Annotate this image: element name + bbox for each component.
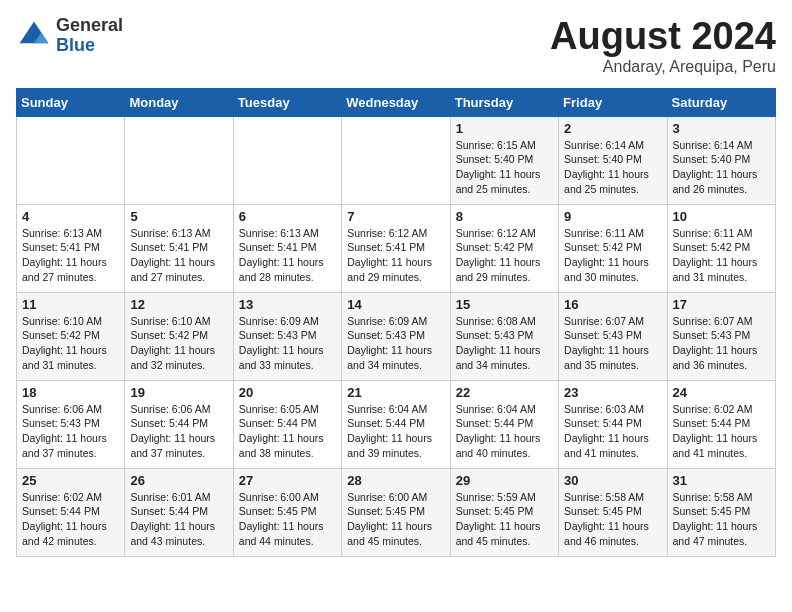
calendar-cell: 29Sunrise: 5:59 AMSunset: 5:45 PMDayligh… — [450, 468, 558, 556]
day-info: Sunrise: 6:03 AMSunset: 5:44 PMDaylight:… — [564, 402, 661, 461]
day-number: 14 — [347, 297, 444, 312]
day-number: 12 — [130, 297, 227, 312]
day-number: 15 — [456, 297, 553, 312]
calendar-cell — [233, 116, 341, 204]
calendar-cell: 18Sunrise: 6:06 AMSunset: 5:43 PMDayligh… — [17, 380, 125, 468]
calendar-cell: 8Sunrise: 6:12 AMSunset: 5:42 PMDaylight… — [450, 204, 558, 292]
day-number: 20 — [239, 385, 336, 400]
calendar-cell: 25Sunrise: 6:02 AMSunset: 5:44 PMDayligh… — [17, 468, 125, 556]
logo-general-text: General — [56, 16, 123, 36]
calendar-cell — [342, 116, 450, 204]
day-info: Sunrise: 6:11 AMSunset: 5:42 PMDaylight:… — [673, 226, 770, 285]
logo-icon — [16, 18, 52, 54]
calendar-cell: 20Sunrise: 6:05 AMSunset: 5:44 PMDayligh… — [233, 380, 341, 468]
calendar-cell: 4Sunrise: 6:13 AMSunset: 5:41 PMDaylight… — [17, 204, 125, 292]
day-info: Sunrise: 5:58 AMSunset: 5:45 PMDaylight:… — [564, 490, 661, 549]
day-of-week-friday: Friday — [559, 88, 667, 116]
day-of-week-thursday: Thursday — [450, 88, 558, 116]
calendar-cell: 6Sunrise: 6:13 AMSunset: 5:41 PMDaylight… — [233, 204, 341, 292]
day-number: 21 — [347, 385, 444, 400]
calendar-cell: 5Sunrise: 6:13 AMSunset: 5:41 PMDaylight… — [125, 204, 233, 292]
header: General Blue August 2024 Andaray, Arequi… — [16, 16, 776, 76]
calendar-cell: 14Sunrise: 6:09 AMSunset: 5:43 PMDayligh… — [342, 292, 450, 380]
calendar-cell: 2Sunrise: 6:14 AMSunset: 5:40 PMDaylight… — [559, 116, 667, 204]
day-info: Sunrise: 6:11 AMSunset: 5:42 PMDaylight:… — [564, 226, 661, 285]
calendar-week-5: 25Sunrise: 6:02 AMSunset: 5:44 PMDayligh… — [17, 468, 776, 556]
calendar-cell — [125, 116, 233, 204]
day-number: 2 — [564, 121, 661, 136]
calendar-cell: 22Sunrise: 6:04 AMSunset: 5:44 PMDayligh… — [450, 380, 558, 468]
day-of-week-tuesday: Tuesday — [233, 88, 341, 116]
day-of-week-saturday: Saturday — [667, 88, 775, 116]
day-info: Sunrise: 6:10 AMSunset: 5:42 PMDaylight:… — [22, 314, 119, 373]
calendar-week-3: 11Sunrise: 6:10 AMSunset: 5:42 PMDayligh… — [17, 292, 776, 380]
day-number: 5 — [130, 209, 227, 224]
day-number: 23 — [564, 385, 661, 400]
day-info: Sunrise: 6:14 AMSunset: 5:40 PMDaylight:… — [673, 138, 770, 197]
day-number: 17 — [673, 297, 770, 312]
calendar-cell: 9Sunrise: 6:11 AMSunset: 5:42 PMDaylight… — [559, 204, 667, 292]
day-info: Sunrise: 6:02 AMSunset: 5:44 PMDaylight:… — [22, 490, 119, 549]
day-info: Sunrise: 6:04 AMSunset: 5:44 PMDaylight:… — [456, 402, 553, 461]
calendar-cell: 13Sunrise: 6:09 AMSunset: 5:43 PMDayligh… — [233, 292, 341, 380]
logo: General Blue — [16, 16, 123, 56]
day-number: 28 — [347, 473, 444, 488]
day-info: Sunrise: 6:02 AMSunset: 5:44 PMDaylight:… — [673, 402, 770, 461]
day-number: 3 — [673, 121, 770, 136]
title-area: August 2024 Andaray, Arequipa, Peru — [550, 16, 776, 76]
day-info: Sunrise: 6:07 AMSunset: 5:43 PMDaylight:… — [673, 314, 770, 373]
day-number: 18 — [22, 385, 119, 400]
calendar-cell: 24Sunrise: 6:02 AMSunset: 5:44 PMDayligh… — [667, 380, 775, 468]
calendar-cell: 12Sunrise: 6:10 AMSunset: 5:42 PMDayligh… — [125, 292, 233, 380]
day-number: 22 — [456, 385, 553, 400]
day-info: Sunrise: 6:08 AMSunset: 5:43 PMDaylight:… — [456, 314, 553, 373]
calendar-table: SundayMondayTuesdayWednesdayThursdayFrid… — [16, 88, 776, 557]
day-info: Sunrise: 6:09 AMSunset: 5:43 PMDaylight:… — [347, 314, 444, 373]
calendar-body: 1Sunrise: 6:15 AMSunset: 5:40 PMDaylight… — [17, 116, 776, 556]
day-info: Sunrise: 6:06 AMSunset: 5:43 PMDaylight:… — [22, 402, 119, 461]
day-info: Sunrise: 6:05 AMSunset: 5:44 PMDaylight:… — [239, 402, 336, 461]
calendar-week-2: 4Sunrise: 6:13 AMSunset: 5:41 PMDaylight… — [17, 204, 776, 292]
day-info: Sunrise: 6:10 AMSunset: 5:42 PMDaylight:… — [130, 314, 227, 373]
calendar-week-1: 1Sunrise: 6:15 AMSunset: 5:40 PMDaylight… — [17, 116, 776, 204]
day-number: 8 — [456, 209, 553, 224]
day-number: 10 — [673, 209, 770, 224]
day-info: Sunrise: 6:15 AMSunset: 5:40 PMDaylight:… — [456, 138, 553, 197]
calendar-week-4: 18Sunrise: 6:06 AMSunset: 5:43 PMDayligh… — [17, 380, 776, 468]
calendar-cell: 27Sunrise: 6:00 AMSunset: 5:45 PMDayligh… — [233, 468, 341, 556]
calendar-cell: 11Sunrise: 6:10 AMSunset: 5:42 PMDayligh… — [17, 292, 125, 380]
day-of-week-wednesday: Wednesday — [342, 88, 450, 116]
calendar-cell: 7Sunrise: 6:12 AMSunset: 5:41 PMDaylight… — [342, 204, 450, 292]
day-number: 6 — [239, 209, 336, 224]
day-number: 1 — [456, 121, 553, 136]
logo-blue-text: Blue — [56, 36, 123, 56]
calendar-cell: 31Sunrise: 5:58 AMSunset: 5:45 PMDayligh… — [667, 468, 775, 556]
calendar-cell: 21Sunrise: 6:04 AMSunset: 5:44 PMDayligh… — [342, 380, 450, 468]
day-number: 16 — [564, 297, 661, 312]
calendar-cell: 3Sunrise: 6:14 AMSunset: 5:40 PMDaylight… — [667, 116, 775, 204]
calendar-cell: 23Sunrise: 6:03 AMSunset: 5:44 PMDayligh… — [559, 380, 667, 468]
calendar-cell: 26Sunrise: 6:01 AMSunset: 5:44 PMDayligh… — [125, 468, 233, 556]
day-number: 7 — [347, 209, 444, 224]
day-info: Sunrise: 6:04 AMSunset: 5:44 PMDaylight:… — [347, 402, 444, 461]
day-info: Sunrise: 6:00 AMSunset: 5:45 PMDaylight:… — [347, 490, 444, 549]
calendar-cell — [17, 116, 125, 204]
day-of-week-monday: Monday — [125, 88, 233, 116]
day-info: Sunrise: 6:12 AMSunset: 5:42 PMDaylight:… — [456, 226, 553, 285]
day-number: 26 — [130, 473, 227, 488]
calendar-cell: 10Sunrise: 6:11 AMSunset: 5:42 PMDayligh… — [667, 204, 775, 292]
calendar-header: SundayMondayTuesdayWednesdayThursdayFrid… — [17, 88, 776, 116]
day-number: 30 — [564, 473, 661, 488]
days-of-week-row: SundayMondayTuesdayWednesdayThursdayFrid… — [17, 88, 776, 116]
day-number: 9 — [564, 209, 661, 224]
day-number: 4 — [22, 209, 119, 224]
day-number: 19 — [130, 385, 227, 400]
day-number: 24 — [673, 385, 770, 400]
day-info: Sunrise: 6:13 AMSunset: 5:41 PMDaylight:… — [239, 226, 336, 285]
day-number: 27 — [239, 473, 336, 488]
calendar-cell: 16Sunrise: 6:07 AMSunset: 5:43 PMDayligh… — [559, 292, 667, 380]
day-info: Sunrise: 6:07 AMSunset: 5:43 PMDaylight:… — [564, 314, 661, 373]
calendar-cell: 15Sunrise: 6:08 AMSunset: 5:43 PMDayligh… — [450, 292, 558, 380]
logo-text: General Blue — [56, 16, 123, 56]
day-info: Sunrise: 5:59 AMSunset: 5:45 PMDaylight:… — [456, 490, 553, 549]
